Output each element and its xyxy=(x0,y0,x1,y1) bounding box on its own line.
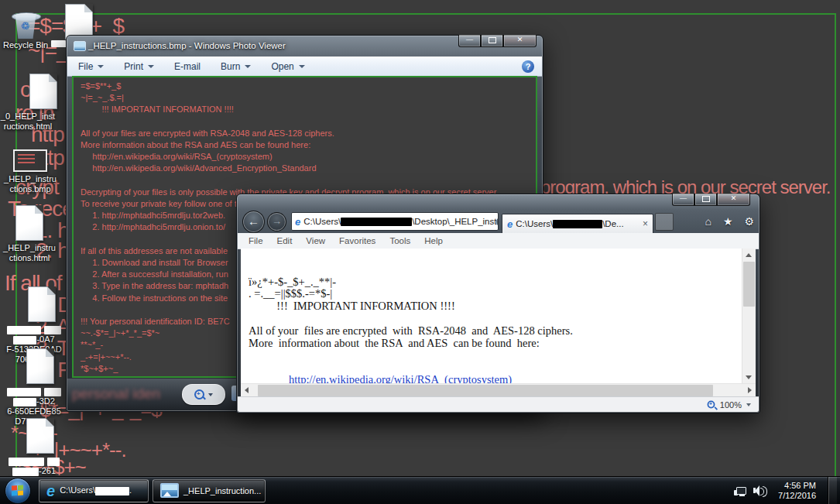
taskbar-photo-viewer-label: _HELP_instruction... xyxy=(183,486,261,495)
note-line: . =.__=||$$$.-=*$-| xyxy=(249,288,739,300)
menu-help[interactable]: Help xyxy=(424,236,443,245)
desktop-icon-zepto-file-2[interactable]: -3D2 6-650EFDE85 D7F.zepto xyxy=(0,348,68,427)
forward-button[interactable]: → xyxy=(267,212,286,231)
close-button[interactable]: ✕ xyxy=(503,35,537,47)
icon-label: _HELP_instru ctions.html xyxy=(0,243,59,263)
minimize-button[interactable]: — xyxy=(672,194,694,206)
minimize-button[interactable]: — xyxy=(458,35,481,47)
photo-viewer-titlebar[interactable]: _HELP_instructions.bmp - Windows Photo V… xyxy=(67,36,543,57)
note-line: More information about the RSA and AES c… xyxy=(249,338,739,350)
address-text: C:\Users\\Desktop\_HELP_inst xyxy=(303,217,496,226)
ie-menubar: File Edit View Favorites Tools Help xyxy=(238,233,759,249)
menu-favorites[interactable]: Favorites xyxy=(339,236,375,245)
recycle-bin-icon[interactable]: ♲ Recycle Bin xyxy=(0,9,51,50)
note-line: http://en.wikipedia.org/wiki/RSA_(crypto… xyxy=(81,151,499,163)
redaction-box xyxy=(95,487,129,495)
address-bar[interactable]: e C:\Users\\Desktop\_HELP_inst ↻ xyxy=(291,212,499,231)
magnifier-icon: + xyxy=(194,389,204,399)
redaction-box xyxy=(44,326,61,334)
scroll-right-arrow[interactable] xyxy=(748,387,752,393)
redaction-box xyxy=(47,458,60,466)
ie-status-bar: + 100% xyxy=(238,396,759,412)
new-tab-button[interactable] xyxy=(655,213,674,231)
ie-window: — ✕ ← → e C:\Users\\Desktop\_HELP_inst ↻… xyxy=(236,194,760,413)
ie-icon: e xyxy=(46,483,55,499)
desktop-icon-help-instructions-html[interactable]: _HELP_instru ctions.html xyxy=(0,205,59,263)
browser-tab[interactable]: e C:\Users\\De... × xyxy=(502,214,653,233)
menu-view[interactable]: View xyxy=(306,236,325,245)
chevron-down-icon xyxy=(98,65,104,68)
tab-title: C:\Users\\De... xyxy=(516,219,623,228)
scroll-left-arrow[interactable] xyxy=(245,387,249,393)
ie-favicon: e xyxy=(507,218,513,230)
taskbar-clock[interactable]: 4:56 PM 7/12/2016 xyxy=(773,481,821,501)
search-icon[interactable] xyxy=(496,217,499,227)
volume-icon[interactable] xyxy=(753,485,766,496)
show-desktop-button[interactable] xyxy=(828,477,837,504)
clock-time: 4:56 PM xyxy=(778,481,816,491)
desktop: =$=$**+_$ ~|=_~_.$.=| of y re in http ht… xyxy=(0,0,840,504)
document-glyph xyxy=(28,286,56,322)
document-glyph xyxy=(29,74,57,109)
vertical-scrollbar[interactable] xyxy=(742,249,756,384)
icon-label: _0_HELP_inst ructions.html xyxy=(0,111,56,132)
zoom-level[interactable]: 100% xyxy=(720,400,742,410)
ie-caption-buttons: — ✕ xyxy=(672,194,750,206)
menu-edit[interactable]: Edit xyxy=(277,236,293,245)
taskbar-ie-button[interactable]: e C:\Users\. xyxy=(39,479,149,502)
chevron-down-icon xyxy=(299,65,305,68)
chevron-down-icon[interactable] xyxy=(746,403,751,406)
note-line: All of your files are encrypted with RSA… xyxy=(81,128,499,139)
start-button[interactable] xyxy=(5,478,31,504)
ie-favicon: e xyxy=(295,216,300,228)
photo-viewer-menubar: File Print E-mail Burn Open ? xyxy=(67,57,542,77)
desktop-icon-help-instructions-bmp[interactable]: _HELP_instru ctions.bmp xyxy=(0,149,60,194)
note-line: =$=$**+_$ xyxy=(81,81,499,92)
horizontal-scrollbar[interactable] xyxy=(241,383,756,397)
redaction-box xyxy=(553,220,602,228)
note-line xyxy=(81,175,499,187)
note-line: !!! IMPORTANT INFORMATION !!!! xyxy=(81,104,499,115)
menu-tools[interactable]: Tools xyxy=(389,236,410,245)
taskbar-photo-viewer-button[interactable]: _HELP_instruction... xyxy=(153,479,266,502)
ie-titlebar[interactable]: — ✕ xyxy=(237,194,759,210)
menu-burn[interactable]: Burn xyxy=(221,61,251,72)
document-glyph xyxy=(26,418,54,454)
back-button[interactable]: ← xyxy=(242,211,265,233)
scrollbar-thumb[interactable] xyxy=(743,262,755,307)
redaction-box xyxy=(44,388,61,396)
photo-viewer-title: _HELP_instructions.bmp - Windows Photo V… xyxy=(88,41,286,50)
note-line: All of your files are encrypted with RSA… xyxy=(249,325,739,338)
ie-page-content: ï»¿*+-$-_$+_._**|-. =.__=||$$$.-=*$-| !!… xyxy=(241,249,756,384)
document-glyph xyxy=(15,205,43,241)
tab-close-icon[interactable]: × xyxy=(643,218,648,229)
desktop-icon-0-help-instructions-html[interactable]: _0_HELP_inst ructions.html xyxy=(0,74,70,132)
home-icon[interactable]: ⌂ xyxy=(705,215,711,228)
maximize-button[interactable] xyxy=(481,35,503,47)
menu-email[interactable]: E-mail xyxy=(174,61,201,72)
menu-open[interactable]: Open xyxy=(271,61,304,72)
scroll-up-arrow[interactable] xyxy=(746,253,752,257)
note-line xyxy=(81,116,499,128)
help-icon[interactable]: ? xyxy=(522,60,534,73)
bmp-thumbnail-glyph xyxy=(13,149,47,172)
menu-file[interactable]: File xyxy=(78,61,104,72)
favorites-star-icon[interactable]: ★ xyxy=(723,215,733,228)
menu-print[interactable]: Print xyxy=(124,61,154,72)
note-line: ï»¿*+-$-_$+_._**|- xyxy=(249,276,739,289)
scroll-down-arrow[interactable] xyxy=(746,375,752,379)
recycle-bin-glyph: ♲ xyxy=(10,9,41,40)
menu-file[interactable]: File xyxy=(249,236,263,245)
zoom-magnifier-icon: + xyxy=(707,401,715,409)
recycle-bin-label: Recycle Bin xyxy=(0,40,51,50)
network-icon[interactable] xyxy=(734,485,746,496)
photo-viewer-caption-buttons: — ✕ xyxy=(458,35,537,47)
settings-gear-icon[interactable]: ⚙ xyxy=(744,215,754,228)
ransom-note-html: ï»¿*+-$-_$+_._**|-. =.__=||$$$.-=*$-| !!… xyxy=(249,252,739,384)
close-button[interactable]: ✕ xyxy=(717,194,750,206)
redaction-box xyxy=(7,326,41,334)
chevron-down-icon xyxy=(208,393,213,396)
maximize-button[interactable] xyxy=(694,194,717,206)
scrollbar-thumb[interactable] xyxy=(258,385,713,396)
zoom-button[interactable]: + xyxy=(182,384,225,405)
